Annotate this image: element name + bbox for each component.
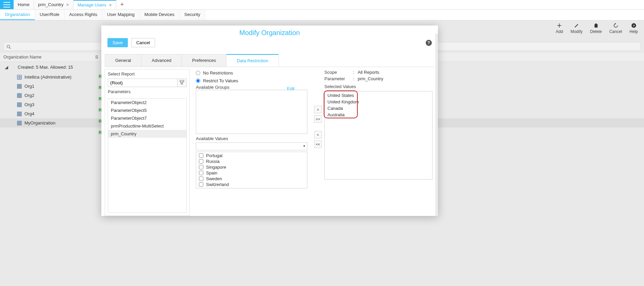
param-item[interactable]: prmProductline-MultiSelect xyxy=(108,122,186,130)
move-all-left-button[interactable]: << xyxy=(314,140,322,148)
value-checkbox[interactable] xyxy=(199,171,203,175)
svg-rect-11 xyxy=(17,112,22,116)
dialog-title: Modify Organization xyxy=(101,26,438,38)
save-button[interactable]: Save xyxy=(107,38,128,47)
svg-text:?: ? xyxy=(633,24,635,28)
svg-rect-14 xyxy=(183,80,184,82)
dialog-cancel-button[interactable]: Cancel xyxy=(131,38,155,47)
value-label: Portugal xyxy=(206,153,222,158)
building-icon xyxy=(17,112,22,116)
building-icon xyxy=(17,84,22,89)
tree-collapse-icon[interactable]: ◢ xyxy=(5,65,8,70)
tab-label: prm_Country xyxy=(38,2,64,7)
available-values-list[interactable]: Portugal Russia Singapore Spain Sweden S… xyxy=(196,152,307,188)
value-checkbox[interactable] xyxy=(199,153,203,158)
svg-rect-6 xyxy=(18,78,19,79)
subtab-user-role[interactable]: User/Role xyxy=(35,10,65,20)
cancel-button[interactable]: Cancel xyxy=(609,22,622,34)
subtab-mobile-devices[interactable]: Mobile Devices xyxy=(140,10,180,20)
parameters-list[interactable]: ParameterObject2 ParameterObject5 Parame… xyxy=(108,98,187,213)
dialog-tab-preferences[interactable]: Preferences xyxy=(182,54,226,67)
org-label: Intellica (Administrative) xyxy=(24,74,71,80)
plus-icon xyxy=(556,22,562,29)
value-checkbox[interactable] xyxy=(199,165,203,169)
tab-manage-users[interactable]: Manage Users × xyxy=(73,0,116,9)
selected-value[interactable]: United Kingdom xyxy=(325,99,432,105)
selected-values-list[interactable]: United States United Kingdom Canada Aust… xyxy=(324,91,433,180)
svg-point-2 xyxy=(7,45,10,48)
edit-groups-link[interactable]: Edit xyxy=(287,86,294,91)
selected-value[interactable]: Australia xyxy=(325,112,432,118)
trash-icon xyxy=(593,22,599,29)
toolbtn-label: Help xyxy=(629,29,638,34)
param-item[interactable]: ParameterObject7 xyxy=(108,114,186,122)
delete-button[interactable]: Delete xyxy=(590,22,602,34)
svg-rect-5 xyxy=(20,75,21,77)
svg-rect-12 xyxy=(17,121,22,125)
select-report-label: Select Report xyxy=(105,69,189,79)
svg-rect-4 xyxy=(18,75,19,77)
tab-label: Home xyxy=(18,2,30,7)
scope-value: All Reports xyxy=(358,70,379,75)
param-item[interactable]: ParameterObject2 xyxy=(108,99,186,106)
building-icon xyxy=(17,102,22,107)
available-groups-list[interactable] xyxy=(196,90,307,134)
add-button[interactable]: Add xyxy=(556,22,563,34)
column-status-initial: S xyxy=(95,54,98,60)
browse-report-button[interactable] xyxy=(177,79,187,87)
org-label: Org3 xyxy=(24,102,34,107)
building-icon xyxy=(17,93,22,98)
available-values-label: Available Values xyxy=(196,134,307,142)
toolbtn-label: Cancel xyxy=(609,29,622,34)
selected-value[interactable]: Canada xyxy=(325,105,432,112)
value-checkbox[interactable] xyxy=(199,159,203,164)
org-label: Org1 xyxy=(24,84,34,89)
subtab-organization[interactable]: Organization xyxy=(0,10,35,20)
help-icon: ? xyxy=(631,22,637,29)
subtab-user-mapping[interactable]: User Mapping xyxy=(102,10,140,20)
value-label: Switzerland xyxy=(206,182,229,187)
search-icon xyxy=(6,44,12,50)
subtab-security[interactable]: Security xyxy=(180,10,205,20)
dialog-help-button[interactable]: ? xyxy=(426,40,432,46)
building-icon xyxy=(17,75,22,80)
close-icon[interactable]: × xyxy=(109,3,112,7)
selected-values-label: Selected Values xyxy=(324,82,433,90)
scope-label: Scope xyxy=(324,70,351,75)
param-item[interactable]: ParameterObject5 xyxy=(108,106,186,114)
param-item[interactable]: prm_Country xyxy=(108,130,186,138)
close-icon[interactable]: × xyxy=(66,2,69,7)
hamburger-menu[interactable] xyxy=(0,0,14,9)
svg-rect-15 xyxy=(181,83,183,84)
toolbtn-label: Add xyxy=(556,29,563,34)
hamburger-icon xyxy=(3,2,10,7)
org-label: Org4 xyxy=(24,111,34,116)
available-values-filter[interactable] xyxy=(196,142,307,150)
toolbtn-label: Modify xyxy=(571,29,582,34)
dialog-tab-advanced[interactable]: Advanced xyxy=(141,54,182,67)
tab-prm-country[interactable]: prm_Country × xyxy=(34,0,73,9)
undo-icon xyxy=(613,22,619,29)
subtab-access-rights[interactable]: Access Rights xyxy=(65,10,102,20)
value-label: Russia xyxy=(206,159,220,164)
svg-rect-8 xyxy=(17,84,22,89)
move-all-right-button[interactable]: >> xyxy=(314,115,322,123)
value-checkbox[interactable] xyxy=(199,176,203,181)
value-label: Sweden xyxy=(206,176,222,181)
modify-button[interactable]: Modify xyxy=(571,22,582,34)
dialog-tab-data-restriction[interactable]: Data Restriction xyxy=(226,54,278,67)
add-tab-button[interactable]: + xyxy=(116,0,128,9)
move-left-button[interactable]: < xyxy=(314,131,322,138)
dialog-scrollbar[interactable] xyxy=(435,34,438,216)
column-org-name: Organization Name xyxy=(3,54,95,60)
value-checkbox[interactable] xyxy=(199,182,203,187)
help-button[interactable]: ? Help xyxy=(629,22,638,34)
radio-no-restrictions[interactable] xyxy=(196,71,200,75)
modify-organization-dialog: Modify Organization Save Cancel ? Genera… xyxy=(101,26,438,216)
toolbtn-label: Delete xyxy=(590,29,602,34)
tab-home[interactable]: Home xyxy=(14,0,34,9)
move-right-button[interactable]: > xyxy=(314,106,322,113)
selected-value[interactable]: United States xyxy=(325,92,432,99)
select-report-input[interactable] xyxy=(108,79,177,87)
dialog-tab-general[interactable]: General xyxy=(105,54,141,67)
